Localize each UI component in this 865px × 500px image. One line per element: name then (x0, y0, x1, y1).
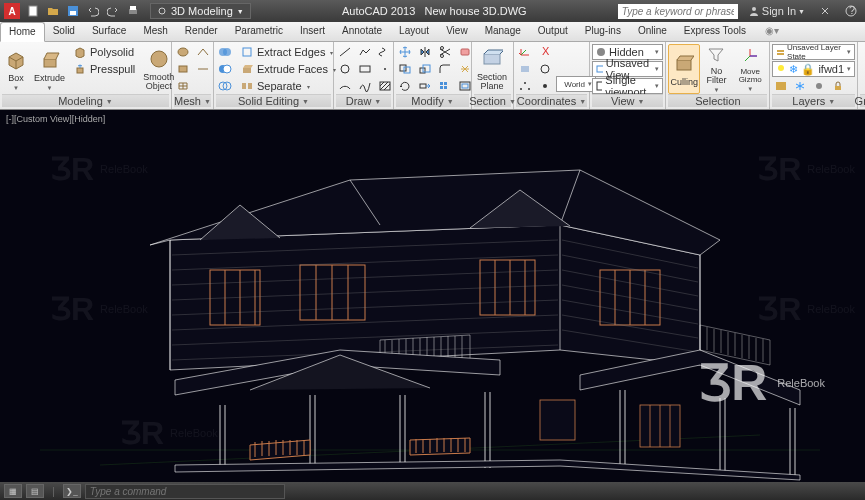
gizmo-button[interactable]: Move Gizmo ▼ (733, 44, 767, 94)
point-icon[interactable] (376, 61, 394, 77)
svg-rect-25 (360, 66, 370, 72)
section-plane-icon (480, 47, 504, 71)
model-tab-icon[interactable]: ▦ (4, 484, 22, 498)
polysolid-button[interactable]: Polysolid (69, 44, 139, 60)
array-icon[interactable] (436, 78, 454, 94)
nofilter-button[interactable]: No Filter ▼ (702, 44, 731, 94)
ucs-3point-icon[interactable] (516, 78, 534, 94)
scale-icon[interactable] (416, 61, 434, 77)
arc-icon[interactable] (336, 78, 354, 94)
extract-edges-button[interactable]: Extract Edges▾ (236, 44, 340, 60)
mesh-add-crease-icon[interactable] (194, 44, 212, 60)
new-icon[interactable] (24, 2, 42, 20)
panel-modify-title: Modify (411, 95, 443, 107)
workspace-dropdown[interactable]: 3D Modeling ▼ (150, 3, 251, 19)
exchange-icon[interactable] (815, 5, 835, 17)
svg-point-26 (384, 68, 386, 70)
redo-icon[interactable] (104, 2, 122, 20)
rotate-icon[interactable] (396, 78, 414, 94)
tab-mesh[interactable]: Mesh (135, 22, 176, 41)
viewport[interactable]: [-][Custom View][Hidden] ƷRReleBook ƷRRe… (0, 110, 865, 482)
open-icon[interactable] (44, 2, 62, 20)
ucs-view-icon[interactable] (536, 61, 554, 77)
spline-icon[interactable] (356, 78, 374, 94)
move-icon[interactable] (396, 44, 414, 60)
rectangle-icon[interactable] (356, 61, 374, 77)
mesh-smooth-less-icon[interactable] (174, 61, 192, 77)
svg-rect-58 (776, 82, 786, 90)
subtract-icon[interactable] (216, 61, 234, 77)
layer-off-icon[interactable] (810, 78, 828, 94)
tab-insert[interactable]: Insert (292, 22, 334, 41)
extrude-button[interactable]: Extrude ▼ (32, 44, 67, 94)
tab-annotate[interactable]: Annotate (334, 22, 391, 41)
layer-lock-icon[interactable] (829, 78, 847, 94)
fillet-icon[interactable] (436, 61, 454, 77)
help-search-input[interactable] (618, 4, 738, 19)
signin-button[interactable]: Sign In ▼ (744, 5, 809, 17)
copy-icon[interactable] (396, 61, 414, 77)
tab-home[interactable]: Home (0, 22, 45, 42)
svg-rect-36 (444, 82, 447, 85)
layout-tab-icon[interactable]: ▤ (26, 484, 44, 498)
ucs-face-icon[interactable] (516, 61, 534, 77)
separate-button[interactable]: Separate▾ (236, 78, 340, 94)
quick-access-toolbar (24, 2, 142, 20)
ucs-origin-icon[interactable] (536, 78, 554, 94)
tab-render[interactable]: Render (177, 22, 227, 41)
culling-button[interactable]: Culling (668, 44, 700, 94)
mesh-refine-icon[interactable] (174, 78, 192, 94)
tab-surface[interactable]: Surface (84, 22, 135, 41)
stretch-icon[interactable] (416, 78, 434, 94)
sphere-icon (596, 47, 606, 57)
tab-view[interactable]: View (438, 22, 477, 41)
svg-text:X: X (542, 46, 550, 57)
helix-icon[interactable] (376, 44, 394, 60)
gizmo-label: Move Gizmo (735, 68, 765, 84)
nofilter-label: No Filter (704, 67, 729, 85)
panel-view-title: View (611, 95, 635, 107)
intersect-icon[interactable] (216, 78, 234, 94)
tab-manage[interactable]: Manage (477, 22, 530, 41)
polyline-icon[interactable] (356, 44, 374, 60)
extrude-faces-button[interactable]: Extrude Faces▾ (236, 61, 340, 77)
command-prompt-icon[interactable]: ❯_ (63, 484, 81, 498)
mirror-icon[interactable] (416, 44, 434, 60)
group-button[interactable]: Group ▼ (860, 44, 865, 94)
tab-expresstools[interactable]: Express Tools (676, 22, 755, 41)
layer-props-icon[interactable] (772, 78, 790, 94)
box-button[interactable]: Box ▼ (2, 44, 30, 94)
tab-solid[interactable]: Solid (45, 22, 84, 41)
tab-layout[interactable]: Layout (391, 22, 438, 41)
save-icon[interactable] (64, 2, 82, 20)
section-plane-button[interactable]: Section Plane (474, 44, 510, 94)
tab-focus-icon[interactable]: ◉▾ (757, 22, 788, 41)
tab-parametric[interactable]: Parametric (227, 22, 292, 41)
app-logo-icon[interactable]: A (4, 3, 20, 19)
trim-icon[interactable] (436, 44, 454, 60)
print-icon[interactable] (124, 2, 142, 20)
panel-modeling: Box ▼ Extrude ▼ Polysolid Presspull Smoo… (0, 42, 172, 109)
ucs-x-icon[interactable]: X (536, 44, 554, 60)
layer-state-dropdown[interactable]: Unsaved Layer State▾ (772, 44, 855, 60)
hatch-icon[interactable] (376, 78, 394, 94)
tab-plugins[interactable]: Plug-ins (577, 22, 630, 41)
mesh-smooth-more-icon[interactable] (174, 44, 192, 60)
command-input[interactable] (85, 484, 285, 499)
layer-freeze-icon[interactable] (791, 78, 809, 94)
mesh-remove-crease-icon[interactable] (194, 61, 212, 77)
tab-output[interactable]: Output (530, 22, 577, 41)
viewport-config-dropdown[interactable]: Single viewport▾ (592, 78, 663, 94)
circle-icon[interactable] (336, 61, 354, 77)
help-icon[interactable]: ? (841, 5, 861, 17)
ucs-icon[interactable] (516, 44, 534, 60)
tab-online[interactable]: Online (630, 22, 676, 41)
layer-dropdown[interactable]: ❄🔒ifwd1▾ (772, 61, 855, 77)
svg-rect-53 (597, 82, 602, 90)
line-icon[interactable] (336, 44, 354, 60)
filter-icon (704, 45, 728, 65)
presspull-button[interactable]: Presspull (69, 61, 139, 77)
union-icon[interactable] (216, 44, 234, 60)
undo-icon[interactable] (84, 2, 102, 20)
box-label: Box (8, 74, 24, 83)
